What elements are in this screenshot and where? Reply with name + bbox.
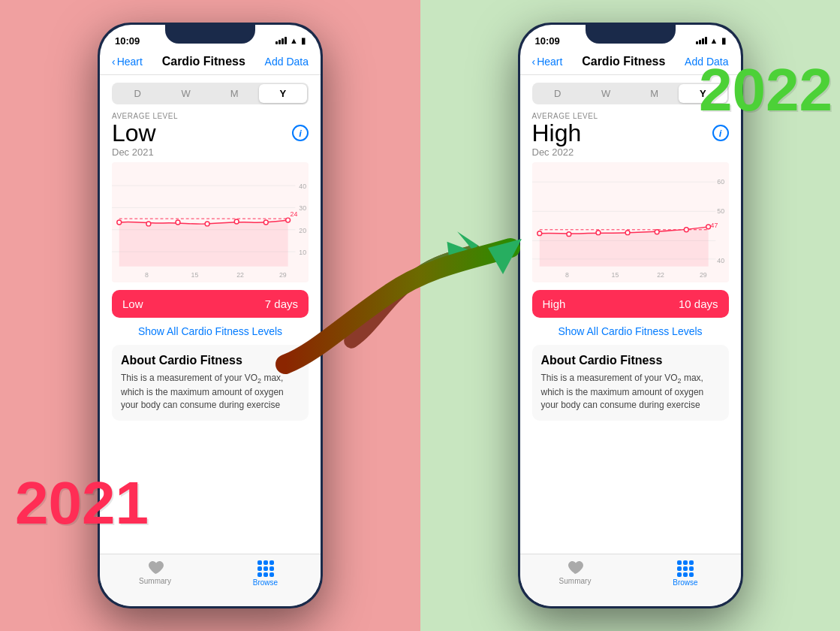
nav-bar-left: ‹ Heart Cardio Fitness Add Data [100, 53, 321, 75]
about-text-left: This is a measurement of your VO2 max, w… [121, 372, 300, 412]
back-chevron-left: ‹ [112, 56, 116, 68]
svg-point-40 [706, 225, 710, 229]
badge-days-left: 7 days [265, 297, 298, 310]
segment-m-left[interactable]: M [210, 84, 259, 103]
back-chevron-right: ‹ [532, 56, 536, 68]
tab-summary-left[interactable]: Summary [100, 560, 210, 585]
svg-text:10: 10 [299, 249, 306, 256]
svg-point-11 [117, 220, 122, 225]
back-button-left[interactable]: ‹ Heart [112, 56, 143, 68]
nav-title-right: Cardio Fitness [582, 55, 665, 68]
about-section-right: About Cardio Fitness This is a measureme… [532, 345, 729, 421]
segment-w-right[interactable]: W [582, 84, 631, 103]
svg-point-36 [596, 231, 601, 235]
tab-summary-label-right: Summary [559, 577, 592, 585]
svg-point-13 [176, 220, 180, 225]
svg-point-15 [234, 219, 239, 224]
svg-point-34 [537, 231, 541, 236]
status-icons-right: ▲ ▮ [696, 36, 726, 46]
year-overlay-left: 2021 [15, 473, 149, 533]
chart-svg-left: 40 30 20 10 24 [112, 162, 309, 282]
tab-bar-left: Summary Browse [100, 554, 321, 606]
svg-text:47: 47 [710, 222, 718, 229]
heart-icon-left [147, 560, 164, 575]
svg-text:22: 22 [657, 272, 664, 279]
about-title-right: About Cardio Fitness [541, 354, 720, 367]
content-right: AVERAGE LEVEL High Dec 2022 i [520, 112, 741, 421]
heart-icon-right [567, 560, 583, 575]
signal-bars-left [275, 37, 287, 44]
tab-browse-label-left: Browse [253, 578, 278, 587]
battery-icon-right: ▮ [721, 36, 726, 46]
svg-text:29: 29 [279, 272, 287, 279]
show-all-left[interactable]: Show All Cardio Fitness Levels [112, 325, 309, 337]
svg-text:29: 29 [699, 272, 706, 279]
svg-text:15: 15 [611, 272, 619, 279]
tab-summary-right[interactable]: Summary [520, 560, 631, 585]
svg-point-35 [566, 232, 571, 237]
segment-d-right[interactable]: D [534, 84, 583, 103]
signal-bar-4 [285, 37, 287, 44]
info-icon-right[interactable]: i [712, 125, 729, 141]
tab-browse-left[interactable]: Browse [210, 560, 321, 587]
svg-text:20: 20 [299, 227, 306, 234]
svg-text:60: 60 [717, 178, 724, 186]
chart-left: 40 30 20 10 24 [112, 162, 309, 282]
badge-level-left: Low [122, 297, 143, 310]
svg-text:15: 15 [191, 272, 199, 279]
svg-point-12 [146, 222, 151, 226]
wifi-icon-right: ▲ [710, 36, 718, 45]
tab-browse-right[interactable]: Browse [631, 560, 741, 587]
svg-text:24: 24 [291, 210, 298, 218]
browse-icon-right [677, 560, 694, 577]
status-time-right: 10:09 [535, 35, 560, 47]
svg-text:22: 22 [236, 272, 244, 279]
year-overlay-right: 2022 [699, 60, 832, 120]
about-title-left: About Cardio Fitness [121, 354, 300, 367]
segment-w-left[interactable]: W [162, 84, 211, 103]
level-value-left: Low [112, 120, 156, 146]
segment-d-left[interactable]: D [113, 84, 162, 103]
svg-point-16 [263, 220, 268, 225]
wifi-icon-left: ▲ [290, 36, 298, 45]
signal-bar-3 [282, 38, 284, 44]
battery-icon-left: ▮ [301, 36, 306, 46]
notch [165, 23, 255, 44]
show-all-right[interactable]: Show All Cardio Fitness Levels [532, 325, 729, 337]
badge-left[interactable]: Low 7 days [112, 290, 309, 318]
content-left: AVERAGE LEVEL Low Dec 2021 i [100, 112, 321, 421]
svg-point-37 [625, 231, 630, 235]
segment-control-left: D W M Y [112, 83, 309, 104]
svg-text:8: 8 [565, 272, 568, 279]
chart-right: 60 50 40 47 [532, 162, 729, 282]
level-date-right: Dec 2022 [532, 146, 582, 158]
notch-right [586, 23, 676, 44]
segment-y-left[interactable]: Y [259, 84, 308, 103]
svg-point-14 [205, 222, 209, 226]
status-time-left: 10:09 [115, 35, 140, 47]
svg-point-39 [684, 228, 688, 232]
signal-bars-right [696, 37, 707, 44]
svg-text:8: 8 [145, 272, 149, 279]
arrow-graphic [323, 218, 503, 368]
info-icon-left[interactable]: i [292, 125, 309, 141]
add-data-button-left[interactable]: Add Data [265, 56, 309, 68]
browse-icon-left [257, 560, 274, 577]
svg-text:30: 30 [299, 205, 306, 213]
badge-days-right: 10 days [679, 297, 718, 310]
segment-m-right[interactable]: M [631, 84, 679, 103]
tab-browse-label-right: Browse [673, 578, 697, 587]
badge-right[interactable]: High 10 days [532, 290, 729, 318]
level-value-right: High [532, 120, 582, 146]
back-button-right[interactable]: ‹ Heart [532, 56, 563, 68]
svg-point-17 [286, 218, 291, 222]
signal-bar-2 [278, 40, 281, 44]
status-icons-left: ▲ ▮ [275, 36, 306, 46]
signal-bar-1 [275, 41, 278, 44]
level-right: High Dec 2022 [532, 120, 582, 158]
nav-title-left: Cardio Fitness [162, 55, 245, 68]
tab-bar-right: Summary Browse [520, 554, 741, 606]
about-text-right: This is a measurement of your VO2 max, w… [541, 372, 720, 412]
level-row-left: Low Dec 2021 i [112, 120, 309, 158]
level-left: Low Dec 2021 [112, 120, 156, 158]
